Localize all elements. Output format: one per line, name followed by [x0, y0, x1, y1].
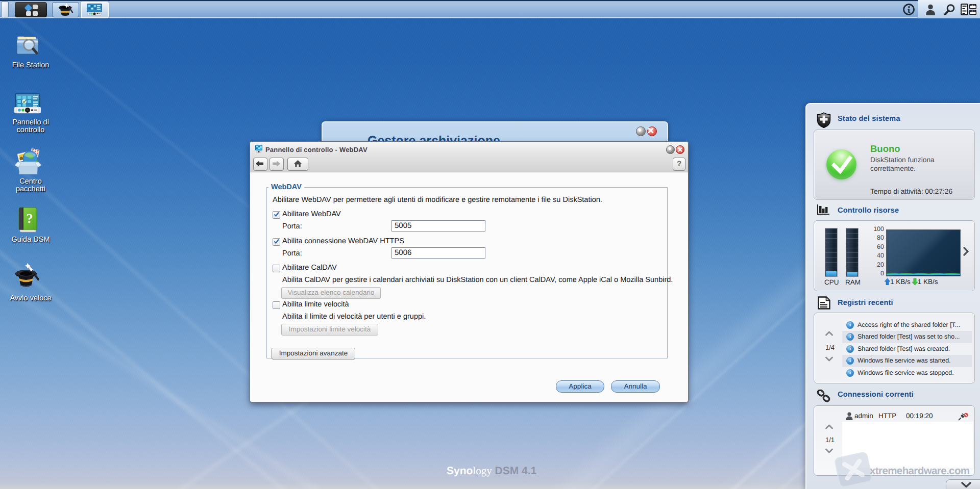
- svg-text:?: ?: [27, 211, 33, 226]
